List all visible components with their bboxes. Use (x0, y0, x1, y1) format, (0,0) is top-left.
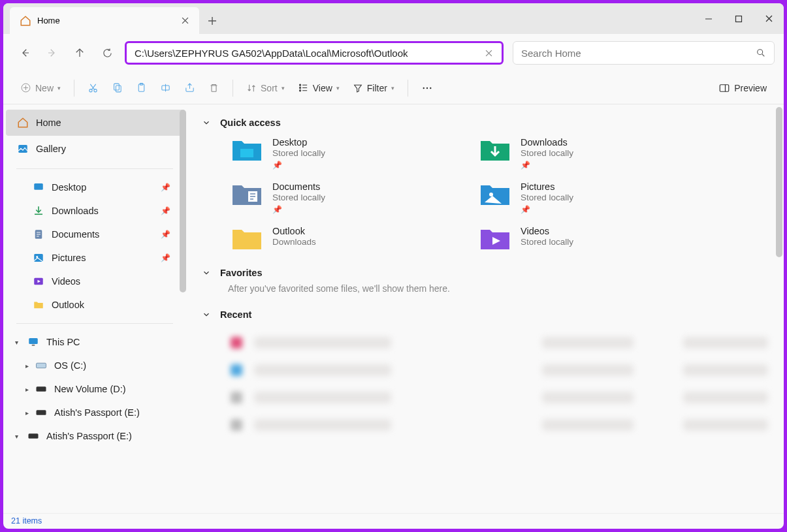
documents-folder-icon (231, 181, 263, 208)
pin-icon: 📌 (272, 161, 325, 170)
svg-rect-30 (240, 149, 253, 157)
home-icon (16, 116, 29, 129)
filter-button[interactable]: Filter▾ (347, 77, 400, 99)
qa-item-downloads[interactable]: DownloadsStored locally📌 (479, 137, 714, 170)
recent-item[interactable] (231, 356, 768, 384)
close-window-button[interactable] (754, 3, 784, 34)
svg-rect-6 (116, 86, 121, 92)
sidebar-item-pictures[interactable]: Pictures 📌 (6, 246, 184, 270)
view-label: View (313, 83, 332, 93)
sidebar-item-label: Home (36, 117, 61, 128)
sidebar-item-home[interactable]: Home (6, 110, 184, 136)
qa-title: Desktop (272, 137, 325, 148)
maximize-button[interactable] (724, 3, 754, 34)
sidebar-item-outlook[interactable]: Outlook (6, 293, 184, 317)
qa-sub: Stored locally (521, 193, 573, 202)
view-button[interactable]: View▾ (293, 77, 345, 99)
chevron-right-icon[interactable]: ▸ (25, 409, 29, 416)
rename-button[interactable] (155, 77, 176, 99)
recent-header[interactable]: Recent (202, 309, 768, 320)
quick-access-header[interactable]: Quick access (202, 117, 768, 128)
pictures-icon (32, 251, 45, 264)
explorer-window: Home New▾ (3, 3, 784, 529)
paste-button[interactable] (131, 77, 152, 99)
window-controls (694, 3, 784, 34)
pin-icon: 📌 (161, 253, 170, 262)
sidebar-item-passport-e-2[interactable]: ▾ Atish's Passport (E:) (6, 424, 184, 448)
sidebar-item-os-c[interactable]: ▸ OS (C:) (6, 354, 184, 377)
documents-icon (32, 228, 45, 241)
forward-button[interactable] (40, 40, 65, 65)
folder-icon (231, 226, 263, 252)
sidebar-item-label: Pictures (52, 253, 86, 263)
close-tab-button[interactable] (180, 16, 190, 26)
sidebar-scrollbar[interactable] (180, 110, 186, 292)
qa-sub: Stored locally (272, 148, 325, 158)
svg-rect-0 (736, 16, 742, 22)
sort-button[interactable]: Sort▾ (241, 77, 290, 99)
refresh-button[interactable] (95, 40, 120, 65)
filter-label: Filter (367, 83, 387, 93)
new-button[interactable]: New▾ (15, 77, 66, 99)
quick-access-label: Quick access (220, 117, 281, 128)
chevron-down-icon[interactable]: ▾ (15, 339, 18, 346)
sidebar-item-label: Desktop (52, 182, 86, 193)
qa-item-documents[interactable]: DocumentsStored locally📌 (231, 181, 466, 214)
svg-point-14 (426, 87, 428, 88)
sidebar-item-new-volume-d[interactable]: ▸ New Volume (D:) (6, 377, 184, 401)
chevron-right-icon[interactable]: ▸ (25, 386, 29, 393)
svg-rect-5 (114, 84, 120, 90)
favorites-header[interactable]: Favorites (202, 268, 768, 278)
sidebar-item-documents[interactable]: Documents 📌 (6, 223, 184, 246)
address-bar[interactable] (125, 41, 504, 65)
gallery-icon (16, 142, 29, 155)
qa-item-pictures[interactable]: PicturesStored locally📌 (479, 181, 714, 214)
qa-item-outlook[interactable]: OutlookDownloads (231, 226, 466, 252)
sidebar-item-videos[interactable]: Videos (6, 270, 184, 293)
copy-button[interactable] (106, 77, 128, 99)
up-button[interactable] (67, 40, 92, 65)
pin-icon: 📌 (521, 205, 573, 214)
chevron-right-icon[interactable]: ▸ (25, 362, 29, 369)
desktop-icon (32, 181, 45, 194)
favorites-empty-text: After you've favorited some files, we'll… (228, 283, 768, 294)
qa-item-videos[interactable]: VideosStored locally (479, 226, 714, 252)
tab-home[interactable]: Home (10, 7, 199, 34)
svg-rect-27 (37, 386, 46, 392)
clear-address-button[interactable] (481, 45, 496, 61)
recent-item[interactable] (231, 329, 768, 356)
search-bar[interactable] (513, 41, 775, 65)
sidebar-item-this-pc[interactable]: ▾ This PC (6, 330, 184, 354)
sidebar-item-desktop[interactable]: Desktop 📌 (6, 176, 184, 199)
search-input[interactable] (521, 48, 756, 59)
delete-button[interactable] (203, 77, 225, 99)
pc-icon (27, 336, 40, 349)
sidebar-item-label: Outlook (52, 300, 84, 310)
pin-icon: 📌 (272, 205, 325, 214)
main-scrollbar[interactable] (776, 107, 782, 257)
preview-label: Preview (734, 83, 767, 93)
pin-icon: 📌 (161, 183, 170, 192)
sidebar-item-label: OS (C:) (54, 360, 86, 371)
svg-rect-25 (37, 363, 46, 368)
sidebar-item-gallery[interactable]: Gallery (6, 136, 184, 162)
chevron-down-icon[interactable]: ▾ (15, 433, 18, 440)
recent-item[interactable] (231, 411, 768, 439)
new-tab-button[interactable] (199, 7, 225, 34)
svg-point-10 (299, 84, 300, 86)
status-bar: 21 items (3, 513, 784, 529)
pin-icon: 📌 (521, 161, 573, 170)
qa-sub: Stored locally (521, 148, 573, 158)
preview-button[interactable]: Preview (713, 77, 772, 99)
minimize-button[interactable] (694, 3, 724, 34)
address-input[interactable] (135, 48, 481, 59)
recent-item[interactable] (231, 384, 768, 411)
qa-item-desktop[interactable]: DesktopStored locally📌 (231, 137, 466, 170)
back-button[interactable] (12, 40, 37, 65)
share-button[interactable] (179, 77, 201, 99)
sidebar-item-passport-e-1[interactable]: ▸ Atish's Passport (E:) (6, 401, 184, 424)
cut-button[interactable] (82, 77, 104, 99)
sidebar-item-downloads[interactable]: Downloads 📌 (6, 199, 184, 223)
more-button[interactable] (416, 77, 438, 99)
svg-rect-24 (32, 345, 35, 346)
